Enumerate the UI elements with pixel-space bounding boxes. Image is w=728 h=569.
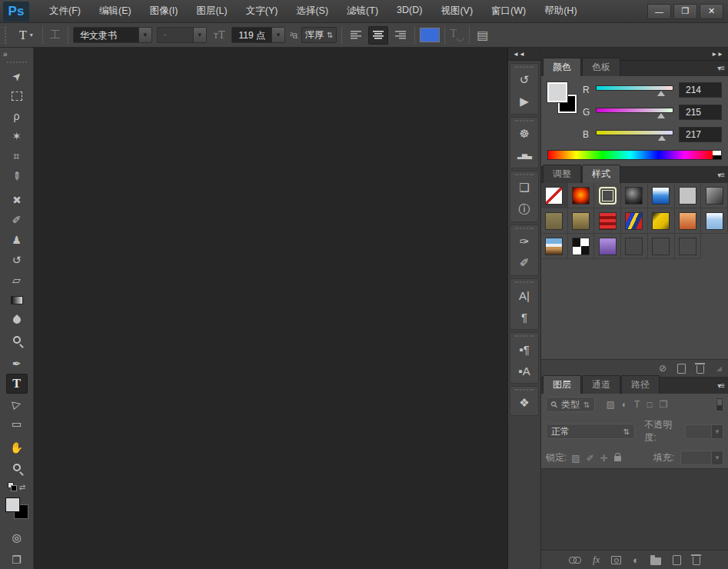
type-tool[interactable]: T xyxy=(6,374,28,394)
screen-mode-button[interactable]: ❐ xyxy=(6,551,28,569)
blue-bevel-swatch[interactable] xyxy=(706,212,723,230)
character-styles-panel-icon[interactable]: ▪A xyxy=(512,360,537,381)
canvas-area[interactable] xyxy=(34,48,508,569)
actions-panel-icon[interactable]: ▶ xyxy=(512,91,537,112)
blue-glossy-swatch[interactable] xyxy=(652,187,670,205)
delete-style-button[interactable] xyxy=(696,363,704,374)
align-right-button[interactable] xyxy=(390,26,410,45)
khaki-gradient-swatch[interactable] xyxy=(572,212,590,230)
expand-panels-icon[interactable]: ◄◄ xyxy=(513,51,525,58)
filter-smart-objects-button[interactable]: ❐ xyxy=(660,399,668,410)
black-chip[interactable] xyxy=(713,155,721,160)
move-tool[interactable]: ➤ xyxy=(6,66,28,86)
eyedropper-tool[interactable]: ✏ xyxy=(6,166,28,186)
delete-layer-button[interactable] xyxy=(693,554,700,565)
dock-group-grip[interactable] xyxy=(515,66,534,68)
layer-filter-select[interactable]: ⚲ 类型 ⇅ xyxy=(546,397,595,412)
brush-settings-panel-icon[interactable]: ✐ xyxy=(512,252,537,274)
olive-flat-swatch[interactable] xyxy=(545,212,563,230)
layer-comps-panel-icon[interactable]: ❏ xyxy=(512,177,537,198)
paragraph-styles-panel-icon[interactable]: ▪¶ xyxy=(512,338,537,360)
layers-tab-路径[interactable]: 路径 xyxy=(621,375,660,394)
channel-slider-B[interactable] xyxy=(596,128,673,141)
orange-gradient-swatch[interactable] xyxy=(679,212,696,230)
color-panel-menu-icon[interactable]: ▾≡ xyxy=(717,64,724,72)
text-orientation-icon[interactable]: 工 xyxy=(48,28,63,42)
tool-preset-picker[interactable]: T ▾ xyxy=(15,27,38,44)
clear-style-button[interactable]: ⊘ xyxy=(659,363,667,374)
new-layer-button[interactable] xyxy=(673,555,681,565)
healing-brush-tool[interactable]: ✚ xyxy=(6,190,28,210)
info-panel-icon[interactable]: ⓘ xyxy=(512,198,537,220)
dock-group-grip[interactable] xyxy=(515,228,534,229)
chevron-down-icon[interactable]: ▼ xyxy=(138,28,151,42)
zoom-tool[interactable] xyxy=(6,458,28,477)
lock-transparency-button[interactable]: ▨ xyxy=(571,453,580,464)
brush-tool[interactable]: ✐ xyxy=(6,210,28,230)
align-left-button[interactable] xyxy=(347,26,367,45)
clone-stamp-tool[interactable]: ♟ xyxy=(6,230,28,250)
menu-item-文字(Y)[interactable]: 文字(Y) xyxy=(237,1,288,22)
menu-item-文件(F)[interactable]: 文件(F) xyxy=(40,1,90,22)
dock-group-grip[interactable] xyxy=(515,335,534,337)
close-button[interactable]: ✕ xyxy=(700,4,723,19)
menu-item-3D(D)[interactable]: 3D(D) xyxy=(387,1,431,22)
channel-slider-G[interactable] xyxy=(596,106,673,118)
new-style-button[interactable] xyxy=(677,364,686,374)
menu-item-窗口(W)[interactable]: 窗口(W) xyxy=(482,1,535,22)
slider-thumb[interactable] xyxy=(657,113,665,118)
new-group-button[interactable] xyxy=(650,555,661,565)
menu-item-滤镜(T)[interactable]: 滤镜(T) xyxy=(337,1,387,22)
blend-mode-select[interactable]: 正常 ⇅ xyxy=(546,424,635,439)
menu-item-选择(S)[interactable]: 选择(S) xyxy=(287,1,337,22)
styles-tab-样式[interactable]: 样式 xyxy=(582,165,620,183)
spectrum-gradient[interactable] xyxy=(548,151,713,159)
collapse-panels-icon[interactable]: ►► xyxy=(711,51,723,58)
histogram-panel-icon[interactable]: ▂▅▃ xyxy=(512,145,537,166)
menu-item-视图(V)[interactable]: 视图(V) xyxy=(431,1,482,22)
dock-group-grip[interactable] xyxy=(515,389,534,391)
menu-item-帮助(H)[interactable]: 帮助(H) xyxy=(535,1,586,22)
layers-tab-图层[interactable]: 图层 xyxy=(543,375,581,394)
filter-toggle-switch[interactable] xyxy=(716,398,723,411)
color-tab-色板[interactable]: 色板 xyxy=(582,58,620,76)
3d-panel-icon[interactable]: ❖ xyxy=(512,392,537,414)
menu-item-编辑(E)[interactable]: 编辑(E) xyxy=(90,1,141,22)
color-tab-颜色[interactable]: 颜色 xyxy=(543,58,581,76)
filter-type-layers-button[interactable]: T xyxy=(634,399,640,410)
channel-slider-R[interactable] xyxy=(596,84,673,96)
text-color-swatch[interactable] xyxy=(420,28,440,42)
shape-tool[interactable]: ▭ xyxy=(6,414,28,434)
slider-thumb[interactable] xyxy=(657,91,665,96)
styles-panel-menu-icon[interactable]: ▾≡ xyxy=(717,171,724,179)
subtle-dark-swatch[interactable] xyxy=(625,238,643,255)
foreground-color-swatch[interactable] xyxy=(5,497,20,512)
layer-effects-button[interactable]: fx xyxy=(593,554,600,566)
navigator-panel-icon[interactable]: ☸ xyxy=(512,123,537,145)
gold-bevel-swatch[interactable] xyxy=(652,212,670,230)
blur-tool[interactable] xyxy=(6,310,28,330)
maximize-button[interactable]: ❐ xyxy=(673,4,697,19)
dock-group-grip[interactable] xyxy=(515,281,534,283)
chevron-down-icon[interactable]: ▼ xyxy=(271,28,284,42)
dodge-tool[interactable] xyxy=(6,330,28,350)
crop-tool[interactable]: ⌗ xyxy=(6,146,28,166)
dock-group-grip[interactable] xyxy=(515,120,534,121)
empty-outline-1-swatch[interactable] xyxy=(652,238,670,255)
gradient-tool[interactable] xyxy=(6,290,28,310)
channel-value-G[interactable]: 215 xyxy=(679,105,722,120)
marquee-tool[interactable] xyxy=(6,86,28,106)
color-spectrum-bar[interactable] xyxy=(547,150,722,160)
purple-gradient-swatch[interactable] xyxy=(599,238,617,255)
red-glow-swatch[interactable] xyxy=(572,187,590,205)
char-paragraph-panels-icon[interactable]: ▤ xyxy=(474,28,490,42)
filter-adjustment-layers-button[interactable]: ◐ xyxy=(622,399,627,410)
layers-tab-通道[interactable]: 通道 xyxy=(582,375,620,394)
lock-paint-button[interactable]: ✐ xyxy=(587,453,594,464)
eraser-tool[interactable]: ▱ xyxy=(6,270,28,290)
font-size-select[interactable]: 119 点 ▼ xyxy=(231,27,284,43)
dock-group-grip[interactable] xyxy=(515,174,534,175)
channel-value-B[interactable]: 217 xyxy=(679,127,722,142)
empty-outline-2-swatch[interactable] xyxy=(679,238,696,255)
slider-thumb[interactable] xyxy=(658,135,666,141)
